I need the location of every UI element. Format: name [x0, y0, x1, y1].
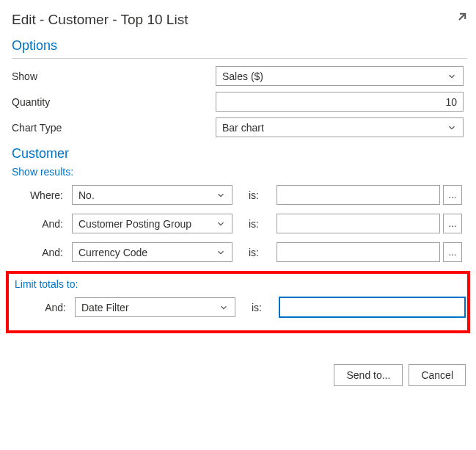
quantity-input[interactable]: 10: [216, 92, 464, 112]
filter-value-input-1[interactable]: [277, 214, 440, 233]
and-label: And:: [12, 218, 72, 230]
limit-value-input[interactable]: [279, 297, 465, 317]
lookup-button-1[interactable]: ...: [443, 214, 462, 233]
divider: [12, 58, 467, 59]
chevron-down-icon: [216, 247, 226, 258]
show-label: Show: [12, 70, 216, 82]
chevron-down-icon: [216, 219, 226, 229]
chart-type-select[interactable]: Bar chart: [216, 117, 464, 137]
and-label: And:: [12, 247, 72, 258]
chevron-down-icon: [216, 190, 226, 200]
lookup-button-0[interactable]: ...: [443, 185, 462, 205]
cancel-button[interactable]: Cancel: [409, 364, 466, 386]
show-results-label: Show results:: [12, 166, 467, 178]
limit-field-value: Date Filter: [81, 302, 129, 313]
send-to-button[interactable]: Send to...: [334, 364, 403, 386]
options-heading: Options: [12, 38, 467, 54]
expand-icon[interactable]: [451, 12, 467, 28]
customer-heading: Customer: [12, 146, 467, 162]
show-select[interactable]: Sales ($): [216, 66, 464, 86]
is-label: is:: [235, 302, 279, 313]
filter-field-value: No.: [78, 189, 95, 201]
is-label: is:: [232, 189, 277, 201]
limit-totals-highlight: Limit totals to: And: Date Filter is:: [6, 271, 470, 333]
is-label: is:: [232, 247, 277, 258]
where-label: Where:: [12, 189, 72, 201]
filter-value-input-2[interactable]: [277, 242, 440, 262]
page-title: Edit - Customer - Top 10 List: [12, 12, 188, 28]
filter-field-select-1[interactable]: Customer Posting Group: [72, 214, 232, 233]
show-value: Sales ($): [222, 70, 263, 82]
chevron-down-icon: [447, 71, 457, 81]
quantity-label: Quantity: [12, 96, 216, 108]
filter-field-select-0[interactable]: No.: [72, 185, 232, 205]
filter-value-input-0[interactable]: [277, 185, 440, 205]
filter-field-value: Customer Posting Group: [78, 218, 191, 230]
filter-field-select-2[interactable]: Currency Code: [72, 242, 232, 262]
and-label: And:: [15, 302, 75, 313]
chart-type-label: Chart Type: [12, 122, 216, 134]
quantity-value: 10: [445, 96, 457, 108]
chart-type-value: Bar chart: [222, 122, 264, 134]
chevron-down-icon: [447, 123, 457, 133]
chevron-down-icon: [219, 302, 229, 313]
is-label: is:: [232, 218, 277, 230]
limit-field-select[interactable]: Date Filter: [75, 297, 235, 317]
lookup-button-2[interactable]: ...: [443, 242, 462, 262]
filter-field-value: Currency Code: [78, 247, 147, 258]
limit-totals-label: Limit totals to:: [15, 278, 464, 290]
